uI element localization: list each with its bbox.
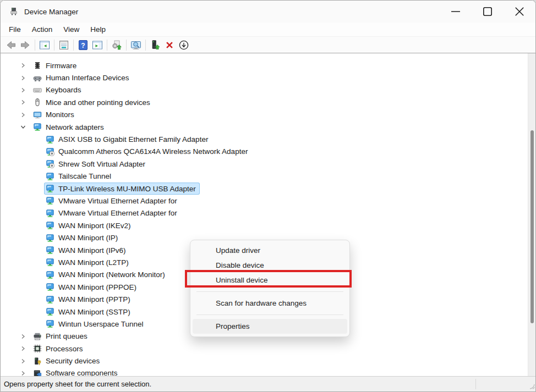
chevron-right-icon[interactable]	[19, 332, 28, 341]
menu-help[interactable]: Help	[85, 24, 111, 35]
tree-item-label: TP-Link Wireless MU-MIMO USB Adapter	[58, 185, 196, 193]
action-pane-button[interactable]	[90, 38, 105, 52]
minimize-button[interactable]	[440, 1, 472, 23]
uninstall-x-icon	[164, 40, 175, 51]
scrollbar-thumb[interactable]	[530, 130, 534, 323]
menu-file[interactable]: File	[4, 24, 26, 35]
vertical-scrollbar[interactable]	[528, 53, 535, 376]
device-manager-icon	[9, 7, 18, 16]
network-adapter-icon	[46, 307, 54, 316]
resize-grip[interactable]	[528, 382, 535, 391]
printer-icon	[33, 332, 42, 341]
chevron-right-icon[interactable]	[19, 86, 28, 95]
tree-item-shrew-soft-virtual-adapter[interactable]: Shrew Soft Virtual Adapter	[1, 158, 528, 170]
close-button[interactable]	[504, 1, 535, 23]
tree-item-human-interface-devices[interactable]: Human Interface Devices	[1, 71, 528, 84]
tree-item-content: Processors	[32, 343, 86, 354]
context-menu-item-update-driver[interactable]: Update driver	[190, 243, 349, 258]
back-button[interactable]	[4, 38, 18, 52]
context-menu-item-properties[interactable]: Properties	[193, 319, 347, 334]
minimize-icon	[451, 7, 460, 16]
chevron-right-icon[interactable]	[19, 369, 28, 376]
network-adapter-icon	[46, 209, 54, 218]
context-menu-item-uninstall-device[interactable]: Uninstall device	[190, 273, 349, 288]
properties-button[interactable]	[57, 38, 71, 52]
tree-item-security-devices[interactable]: Security devices	[1, 355, 528, 367]
tree-item-tp-link-wireless-mu-mimo-usb-adapter[interactable]: TP-Link Wireless MU-MIMO USB Adapter	[1, 183, 528, 195]
forward-button[interactable]	[18, 38, 32, 52]
network-adapter-icon	[46, 246, 54, 255]
tree-item-label: WAN Miniport (IKEv2)	[58, 222, 131, 230]
menu-action[interactable]: Action	[27, 24, 58, 35]
tree-item-label: Processors	[46, 345, 83, 353]
maximize-button[interactable]	[472, 1, 504, 23]
keyboard-icon	[33, 86, 42, 95]
tree-item-label: WAN Miniport (IP)	[58, 234, 118, 242]
monitor-icon	[33, 111, 42, 119]
tree-item-content: TP-Link Wireless MU-MIMO USB Adapter	[45, 183, 199, 194]
disable-device-button[interactable]	[177, 38, 191, 52]
tree-item-content: Shrew Soft Virtual Adapter	[45, 158, 149, 169]
tree-item-vmware-virtual-ethernet-adapter-for-11[interactable]: VMware Virtual Ethernet Adapter for	[1, 195, 528, 207]
menu-view[interactable]: View	[58, 24, 84, 35]
enable-device-button[interactable]	[148, 38, 162, 52]
title-bar: Device Manager	[1, 1, 535, 23]
tree-item-monitors[interactable]: Monitors	[1, 109, 528, 121]
tree-item-label: Firmware	[46, 62, 76, 70]
uninstall-device-button[interactable]	[162, 38, 177, 52]
network-adapter-icon	[46, 234, 54, 242]
update-driver-button[interactable]	[110, 38, 124, 52]
tree-item-firmware[interactable]: Firmware	[1, 59, 528, 71]
toolbar-separator	[73, 40, 74, 51]
chevron-right-icon[interactable]	[19, 357, 28, 366]
chevron-right-icon[interactable]	[19, 344, 28, 353]
chevron-right-icon[interactable]	[19, 111, 28, 119]
menu-bar: FileActionViewHelp	[1, 23, 535, 37]
toolbar: ?	[1, 37, 535, 53]
network-adapter-icon	[46, 258, 54, 267]
network-adapter-icon	[46, 135, 54, 144]
tree-item-label: Tailscale Tunnel	[58, 172, 111, 180]
tree-item-label: WAN Miniport (Network Monitor)	[58, 270, 165, 279]
show-hide-console-tree-button[interactable]	[37, 38, 52, 52]
security-icon	[33, 357, 42, 366]
action-pane-icon	[92, 40, 103, 51]
tree-item-vmware-virtual-ethernet-adapter-for-12[interactable]: VMware Virtual Ethernet Adapter for	[1, 207, 528, 219]
context-menu-item-disable-device[interactable]: Disable device	[190, 258, 349, 273]
device-manager-window: Device Manager FileActionViewHelp ? Firm…	[0, 0, 536, 392]
tree-item-wan-miniport-ikev2[interactable]: WAN Miniport (IKEv2)	[1, 219, 528, 231]
chevron-right-icon[interactable]	[19, 74, 28, 82]
chevron-right-icon[interactable]	[19, 98, 28, 107]
tree-item-content: WAN Miniport (PPTP)	[45, 294, 134, 305]
tree-item-software-components[interactable]: Software components	[1, 367, 528, 376]
tree-item-processors[interactable]: Processors	[1, 343, 528, 355]
network-adapter-icon	[46, 172, 54, 181]
tree-item-label: WAN Miniport (L2TP)	[58, 258, 129, 267]
tree-item-network-adapters[interactable]: Network adapters	[1, 121, 528, 133]
toolbar-separator	[54, 40, 54, 51]
tree-item-label: Wintun Userspace Tunnel	[58, 320, 144, 328]
chevron-down-icon[interactable]	[19, 123, 28, 131]
help-button[interactable]: ?	[76, 38, 90, 52]
firmware-icon	[33, 61, 42, 70]
mouse-icon	[33, 98, 42, 107]
context-menu-item-scan-for-hardware-changes[interactable]: Scan for hardware changes	[190, 296, 349, 311]
tree-item-label: WAN Miniport (PPTP)	[58, 295, 130, 303]
tree-item-content: Mice and other pointing devices	[32, 97, 154, 108]
tree-item-tailscale-tunnel[interactable]: Tailscale Tunnel	[1, 170, 528, 183]
enable-device-icon	[150, 40, 161, 51]
tree-item-label: WAN Miniport (IPv6)	[58, 246, 126, 255]
device-tree-panel: FirmwareHuman Interface DevicesKeyboards…	[1, 53, 535, 376]
tree-item-content: Print queues	[32, 331, 91, 342]
tree-item-asix-usb-to-gigabit-ethernet-family-adapter[interactable]: ASIX USB to Gigabit Ethernet Family Adap…	[1, 133, 528, 145]
tree-item-mice-and-other-pointing-devices[interactable]: Mice and other pointing devices	[1, 96, 528, 108]
tree-item-qualcomm-atheros-qca61x4a-wireless-network-adapter[interactable]: Qualcomm Atheros QCA61x4A Wireless Netwo…	[1, 146, 528, 158]
tree-item-label: Shrew Soft Virtual Adapter	[58, 160, 145, 168]
chevron-right-icon[interactable]	[19, 61, 28, 70]
scan-hardware-changes-button[interactable]	[129, 38, 143, 52]
tree-item-keyboards[interactable]: Keyboards	[1, 84, 528, 96]
status-bar-divider	[475, 379, 476, 389]
tree-item-content: WAN Miniport (PPPOE)	[45, 281, 140, 292]
tree-item-label: VMware Virtual Ethernet Adapter for	[58, 197, 177, 205]
tree-item-label: VMware Virtual Ethernet Adapter for	[58, 209, 177, 217]
